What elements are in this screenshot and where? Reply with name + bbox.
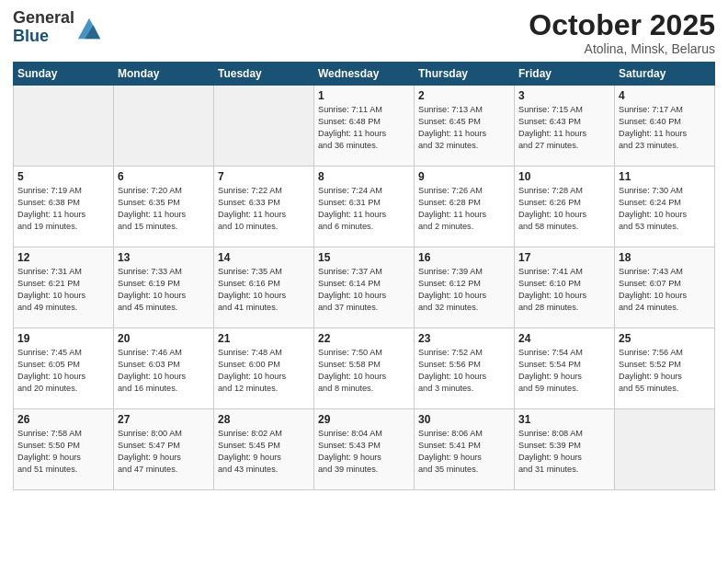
- day-number: 27: [118, 413, 210, 426]
- calendar-cell: 31Sunrise: 8:08 AM Sunset: 5:39 PM Dayli…: [515, 409, 615, 490]
- day-number: 17: [518, 251, 610, 264]
- day-info: Sunrise: 7:39 AM Sunset: 6:12 PM Dayligh…: [418, 266, 510, 314]
- weekday-header-wednesday: Wednesday: [314, 63, 415, 86]
- weekday-header-row: SundayMondayTuesdayWednesdayThursdayFrid…: [14, 63, 715, 86]
- weekday-header-friday: Friday: [515, 63, 615, 86]
- title-block: October 2025 Atolina, Minsk, Belarus: [529, 9, 715, 56]
- day-info: Sunrise: 8:02 AM Sunset: 5:45 PM Dayligh…: [218, 428, 310, 476]
- day-info: Sunrise: 7:56 AM Sunset: 5:52 PM Dayligh…: [619, 347, 711, 395]
- day-info: Sunrise: 7:11 AM Sunset: 6:48 PM Dayligh…: [318, 104, 410, 152]
- day-info: Sunrise: 7:17 AM Sunset: 6:40 PM Dayligh…: [619, 104, 711, 152]
- calendar-cell: 30Sunrise: 8:06 AM Sunset: 5:41 PM Dayli…: [415, 409, 515, 490]
- day-number: 26: [17, 413, 109, 426]
- day-number: 30: [418, 413, 510, 426]
- day-info: Sunrise: 8:00 AM Sunset: 5:47 PM Dayligh…: [118, 428, 210, 476]
- calendar-cell: 5Sunrise: 7:19 AM Sunset: 6:38 PM Daylig…: [14, 167, 114, 247]
- calendar-cell: 24Sunrise: 7:54 AM Sunset: 5:54 PM Dayli…: [515, 328, 615, 409]
- calendar-cell: 20Sunrise: 7:46 AM Sunset: 6:03 PM Dayli…: [114, 328, 214, 409]
- calendar-cell: [214, 86, 314, 167]
- day-number: 22: [318, 332, 410, 345]
- day-number: 24: [518, 332, 610, 345]
- day-info: Sunrise: 7:48 AM Sunset: 6:00 PM Dayligh…: [218, 347, 310, 395]
- day-info: Sunrise: 7:35 AM Sunset: 6:16 PM Dayligh…: [218, 266, 310, 314]
- day-number: 2: [418, 89, 510, 102]
- day-number: 13: [118, 251, 210, 264]
- day-number: 28: [218, 413, 310, 426]
- day-number: 23: [418, 332, 510, 345]
- day-number: 19: [17, 332, 109, 345]
- day-number: 10: [518, 170, 610, 183]
- weekday-header-tuesday: Tuesday: [214, 63, 314, 86]
- calendar-cell: 21Sunrise: 7:48 AM Sunset: 6:00 PM Dayli…: [214, 328, 314, 409]
- day-info: Sunrise: 8:08 AM Sunset: 5:39 PM Dayligh…: [518, 428, 610, 476]
- day-info: Sunrise: 7:15 AM Sunset: 6:43 PM Dayligh…: [518, 104, 610, 152]
- day-info: Sunrise: 8:04 AM Sunset: 5:43 PM Dayligh…: [318, 428, 410, 476]
- day-info: Sunrise: 7:31 AM Sunset: 6:21 PM Dayligh…: [17, 266, 109, 314]
- day-number: 1: [318, 89, 410, 102]
- calendar-cell: [114, 86, 214, 167]
- day-info: Sunrise: 7:20 AM Sunset: 6:35 PM Dayligh…: [118, 185, 210, 233]
- calendar-cell: 2Sunrise: 7:13 AM Sunset: 6:45 PM Daylig…: [415, 86, 515, 167]
- week-row-1: 1Sunrise: 7:11 AM Sunset: 6:48 PM Daylig…: [14, 86, 715, 167]
- calendar-cell: 15Sunrise: 7:37 AM Sunset: 6:14 PM Dayli…: [314, 247, 415, 328]
- day-info: Sunrise: 7:26 AM Sunset: 6:28 PM Dayligh…: [418, 185, 510, 233]
- day-number: 4: [619, 89, 711, 102]
- calendar-cell: 11Sunrise: 7:30 AM Sunset: 6:24 PM Dayli…: [615, 167, 715, 247]
- day-info: Sunrise: 7:54 AM Sunset: 5:54 PM Dayligh…: [518, 347, 610, 395]
- day-info: Sunrise: 7:30 AM Sunset: 6:24 PM Dayligh…: [619, 185, 711, 233]
- day-number: 3: [518, 89, 610, 102]
- location: Atolina, Minsk, Belarus: [529, 41, 715, 56]
- page-container: General Blue October 2025 Atolina, Minsk…: [0, 0, 728, 496]
- day-info: Sunrise: 7:28 AM Sunset: 6:26 PM Dayligh…: [518, 185, 610, 233]
- logo-text: General Blue: [13, 9, 74, 46]
- logo-icon: [76, 15, 102, 40]
- calendar-cell: 9Sunrise: 7:26 AM Sunset: 6:28 PM Daylig…: [415, 167, 515, 247]
- week-row-2: 5Sunrise: 7:19 AM Sunset: 6:38 PM Daylig…: [14, 167, 715, 247]
- day-number: 12: [17, 251, 109, 264]
- day-number: 6: [118, 170, 210, 183]
- calendar-cell: 25Sunrise: 7:56 AM Sunset: 5:52 PM Dayli…: [615, 328, 715, 409]
- calendar-cell: 13Sunrise: 7:33 AM Sunset: 6:19 PM Dayli…: [114, 247, 214, 328]
- calendar-cell: 6Sunrise: 7:20 AM Sunset: 6:35 PM Daylig…: [114, 167, 214, 247]
- week-row-5: 26Sunrise: 7:58 AM Sunset: 5:50 PM Dayli…: [14, 409, 715, 490]
- day-number: 9: [418, 170, 510, 183]
- day-info: Sunrise: 7:43 AM Sunset: 6:07 PM Dayligh…: [619, 266, 711, 314]
- day-number: 7: [218, 170, 310, 183]
- weekday-header-monday: Monday: [114, 63, 214, 86]
- day-number: 16: [418, 251, 510, 264]
- logo: General Blue: [13, 9, 102, 46]
- calendar-cell: 17Sunrise: 7:41 AM Sunset: 6:10 PM Dayli…: [515, 247, 615, 328]
- weekday-header-saturday: Saturday: [615, 63, 715, 86]
- calendar-cell: 10Sunrise: 7:28 AM Sunset: 6:26 PM Dayli…: [515, 167, 615, 247]
- day-info: Sunrise: 7:58 AM Sunset: 5:50 PM Dayligh…: [17, 428, 109, 476]
- day-info: Sunrise: 7:19 AM Sunset: 6:38 PM Dayligh…: [17, 185, 109, 233]
- calendar-cell: 29Sunrise: 8:04 AM Sunset: 5:43 PM Dayli…: [314, 409, 415, 490]
- day-number: 21: [218, 332, 310, 345]
- day-number: 15: [318, 251, 410, 264]
- calendar-table: SundayMondayTuesdayWednesdayThursdayFrid…: [13, 62, 715, 490]
- calendar-cell: 12Sunrise: 7:31 AM Sunset: 6:21 PM Dayli…: [14, 247, 114, 328]
- day-number: 8: [318, 170, 410, 183]
- day-info: Sunrise: 8:06 AM Sunset: 5:41 PM Dayligh…: [418, 428, 510, 476]
- day-number: 5: [17, 170, 109, 183]
- month-title: October 2025: [529, 9, 715, 41]
- day-info: Sunrise: 7:22 AM Sunset: 6:33 PM Dayligh…: [218, 185, 310, 233]
- calendar-cell: [615, 409, 715, 490]
- calendar-cell: 28Sunrise: 8:02 AM Sunset: 5:45 PM Dayli…: [214, 409, 314, 490]
- day-number: 25: [619, 332, 711, 345]
- day-info: Sunrise: 7:50 AM Sunset: 5:58 PM Dayligh…: [318, 347, 410, 395]
- day-number: 31: [518, 413, 610, 426]
- week-row-4: 19Sunrise: 7:45 AM Sunset: 6:05 PM Dayli…: [14, 328, 715, 409]
- day-info: Sunrise: 7:24 AM Sunset: 6:31 PM Dayligh…: [318, 185, 410, 233]
- day-info: Sunrise: 7:45 AM Sunset: 6:05 PM Dayligh…: [17, 347, 109, 395]
- week-row-3: 12Sunrise: 7:31 AM Sunset: 6:21 PM Dayli…: [14, 247, 715, 328]
- calendar-cell: [14, 86, 114, 167]
- calendar-cell: 16Sunrise: 7:39 AM Sunset: 6:12 PM Dayli…: [415, 247, 515, 328]
- calendar-cell: 8Sunrise: 7:24 AM Sunset: 6:31 PM Daylig…: [314, 167, 415, 247]
- calendar-cell: 7Sunrise: 7:22 AM Sunset: 6:33 PM Daylig…: [214, 167, 314, 247]
- calendar-cell: 23Sunrise: 7:52 AM Sunset: 5:56 PM Dayli…: [415, 328, 515, 409]
- weekday-header-thursday: Thursday: [415, 63, 515, 86]
- weekday-header-sunday: Sunday: [14, 63, 114, 86]
- header: General Blue October 2025 Atolina, Minsk…: [13, 9, 715, 56]
- day-number: 18: [619, 251, 711, 264]
